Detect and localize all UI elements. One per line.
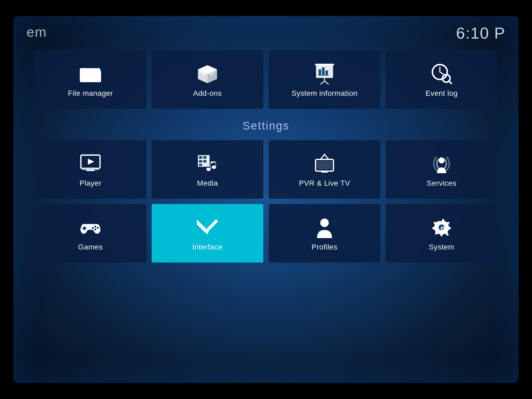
svg-rect-31	[203, 160, 206, 163]
svg-rect-32	[199, 164, 202, 166]
svg-rect-37	[317, 161, 332, 169]
tile-media-label: Media	[197, 179, 218, 188]
svg-point-42	[94, 226, 96, 227]
svg-line-20	[440, 72, 443, 74]
svg-rect-3	[80, 68, 90, 72]
pencil-ruler-icon	[197, 217, 218, 238]
svg-rect-12	[325, 70, 328, 75]
tile-system-information[interactable]: System information	[269, 50, 380, 109]
screen: em 6:10 P File manager	[13, 16, 519, 383]
tile-system-information-label: System information	[292, 89, 358, 98]
settings-grid: Player Media	[35, 140, 497, 263]
tile-pvr-live-tv-label: PVR & Live TV	[299, 179, 350, 188]
tile-profiles-label: Profiles	[311, 243, 337, 251]
tile-services[interactable]: Services	[386, 140, 497, 199]
tile-pvr-live-tv[interactable]: PVR & Live TV	[269, 140, 380, 199]
svg-rect-41	[82, 227, 86, 229]
svg-point-35	[324, 153, 325, 155]
tile-file-manager-label: File manager	[68, 89, 113, 98]
gamepad-icon	[80, 217, 101, 238]
svg-point-44	[94, 228, 96, 230]
tile-games-label: Games	[78, 243, 103, 251]
tile-interface[interactable]: Interface	[152, 204, 263, 263]
tile-games[interactable]: Games	[35, 204, 146, 263]
tile-player[interactable]: Player	[35, 140, 146, 199]
tile-add-ons[interactable]: Add-ons	[152, 50, 263, 109]
svg-point-43	[97, 227, 99, 229]
box-icon	[197, 63, 218, 84]
top-row-grid: File manager Add-ons	[35, 50, 497, 109]
tile-player-label: Player	[80, 179, 101, 188]
svg-rect-30	[199, 160, 202, 163]
tile-services-label: Services	[427, 179, 456, 188]
monitor-play-icon	[80, 153, 101, 174]
clock-search-icon	[431, 63, 452, 84]
svg-rect-11	[322, 67, 325, 75]
settings-label: Settings	[35, 119, 497, 132]
top-bar: em 6:10 P	[13, 16, 519, 42]
svg-line-22	[449, 81, 451, 84]
clock: 6:10 P	[456, 24, 505, 42]
svg-rect-38	[321, 171, 328, 173]
svg-line-34	[325, 155, 329, 159]
svg-point-39	[439, 157, 444, 163]
svg-marker-24	[88, 159, 94, 164]
svg-point-51	[320, 218, 329, 227]
tile-system-label: System	[429, 243, 454, 251]
media-icon	[197, 153, 218, 174]
tile-event-log-label: Event log	[425, 89, 458, 98]
svg-rect-28	[199, 156, 202, 159]
tv-antenna-icon	[314, 153, 335, 174]
tile-event-log[interactable]: Event log	[386, 50, 497, 109]
tile-file-manager[interactable]: File manager	[35, 50, 146, 109]
svg-line-15	[320, 81, 325, 84]
svg-rect-10	[319, 69, 321, 75]
tile-interface-label: Interface	[192, 243, 222, 251]
svg-rect-2	[80, 70, 101, 82]
person-signal-icon	[431, 153, 452, 174]
tile-profiles[interactable]: Profiles	[269, 204, 380, 263]
tile-system[interactable]: System	[386, 204, 497, 263]
chart-icon	[314, 63, 335, 84]
tile-media[interactable]: Media	[152, 140, 263, 199]
content: File manager Add-ons	[13, 42, 519, 263]
svg-line-33	[320, 155, 325, 159]
tile-add-ons-label: Add-ons	[193, 89, 222, 98]
svg-rect-26	[82, 169, 99, 170]
svg-point-45	[92, 227, 94, 229]
person-icon	[314, 217, 335, 238]
svg-rect-29	[203, 156, 206, 159]
folder-icon	[80, 63, 101, 84]
gear-wrench-icon	[431, 217, 452, 238]
svg-rect-17	[315, 64, 334, 65]
app-title: em	[27, 24, 47, 40]
svg-line-16	[325, 81, 329, 84]
